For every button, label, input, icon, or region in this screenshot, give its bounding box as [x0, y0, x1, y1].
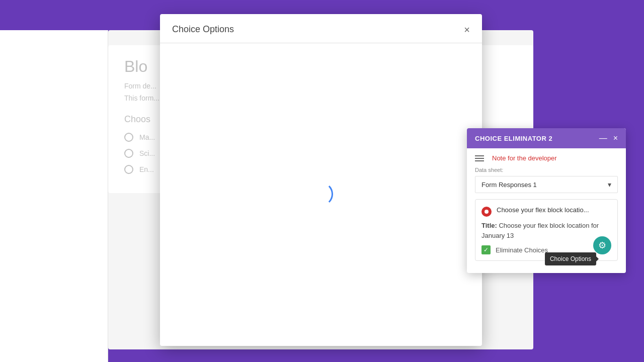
choice-options-gear-button[interactable]: ⚙: [593, 236, 611, 254]
bg-radio-circle-1: [124, 133, 133, 142]
dropdown-arrow-icon: ▾: [608, 180, 611, 189]
ce-panel-body: Note for the developer Data sheet: Form …: [467, 148, 626, 273]
gear-icon: ⚙: [598, 240, 606, 251]
ce-menu-row: Note for the developer: [475, 154, 618, 162]
question-title-prefix: Title:: [481, 222, 497, 229]
hamburger-line-2: [475, 158, 484, 159]
loading-spinner: [309, 182, 333, 206]
bg-radio-label-3: En...: [139, 165, 154, 173]
bg-radio-label-1: Ma...: [139, 133, 155, 141]
checkbox-checkmark: ✓: [484, 246, 489, 253]
bg-radio-circle-3: [124, 165, 133, 174]
ce-close-button[interactable]: ×: [613, 134, 618, 142]
eliminate-choices-checkbox[interactable]: ✓: [481, 245, 491, 254]
hamburger-line-1: [475, 155, 484, 156]
left-sidebar: [0, 30, 108, 362]
modal-close-button[interactable]: ×: [464, 25, 470, 35]
ce-panel-title: CHOICE ELIMINATOR 2: [475, 135, 552, 142]
bg-radio-label-2: Sci...: [139, 149, 155, 157]
question-text: Choose your flex block locatio...: [497, 206, 611, 215]
ce-header-actions: — ×: [599, 134, 618, 142]
modal-title: Choice Options: [172, 24, 234, 35]
question-title-row: Title: Choose your flex block location f…: [481, 221, 611, 240]
choice-options-modal: Choice Options ×: [160, 14, 482, 346]
note-for-developer-link[interactable]: Note for the developer: [492, 154, 557, 162]
data-sheet-dropdown[interactable]: Form Responses 1 ▾: [475, 176, 618, 193]
bg-radio-circle-2: [124, 149, 133, 158]
data-sheet-label: Data sheet:: [475, 167, 618, 173]
hamburger-menu-icon[interactable]: [475, 155, 484, 161]
data-sheet-value: Form Responses 1: [481, 181, 537, 189]
question-radio-inner: [485, 210, 489, 214]
modal-body: [160, 43, 482, 345]
choice-eliminator-panel: CHOICE ELIMINATOR 2 — × Note for the dev…: [467, 128, 626, 273]
question-item: Choose your flex block locatio... Title:…: [475, 199, 618, 261]
ce-minimize-button[interactable]: —: [599, 134, 607, 142]
ce-panel-header: CHOICE ELIMINATOR 2 — ×: [467, 128, 626, 148]
eliminate-choices-row: ✓ Eliminate Choices: [481, 245, 611, 254]
question-row: Choose your flex block locatio...: [481, 206, 611, 217]
question-title-text: Choose your flex block location for Janu…: [481, 222, 599, 239]
hamburger-line-3: [475, 160, 484, 161]
modal-header: Choice Options ×: [160, 14, 482, 43]
question-radio-selected[interactable]: [481, 207, 492, 217]
eliminate-choices-label: Eliminate Choices: [496, 246, 548, 254]
